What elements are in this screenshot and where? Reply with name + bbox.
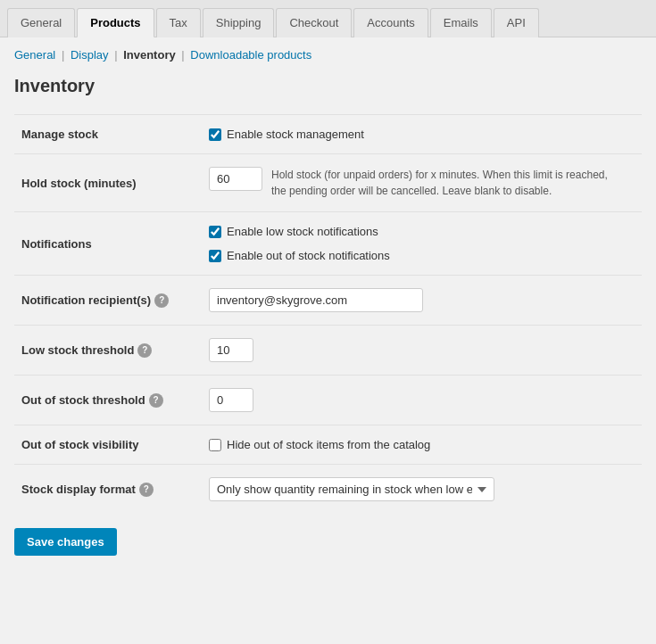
breadcrumb-inventory: Inventory (123, 48, 176, 62)
low-stock-threshold-input[interactable] (209, 338, 253, 362)
out-of-stock-threshold-label-cell: Out of stock threshold ? (14, 376, 202, 425)
stock-display-format-label: Stock display format (21, 483, 136, 496)
breadcrumb-sep-1: | (62, 48, 64, 62)
breadcrumb-downloadable[interactable]: Downloadable products (190, 48, 311, 62)
low-stock-notif-checkbox[interactable] (209, 226, 221, 238)
breadcrumb-sep-2: | (114, 48, 117, 62)
tab-emails[interactable]: Emails (430, 8, 492, 37)
stock-display-format-label-group: Stock display format ? (21, 483, 191, 497)
stock-display-format-select[interactable]: Always show quantity remaining in stock … (209, 477, 494, 501)
low-stock-threshold-label-cell: Low stock threshold ? (14, 326, 202, 376)
manage-stock-label: Manage stock (14, 115, 202, 154)
row-out-of-stock-threshold: Out of stock threshold ? (14, 376, 642, 425)
row-notifications: Notifications Enable low stock notificat… (14, 212, 642, 276)
tab-general[interactable]: General (7, 8, 75, 37)
row-out-of-stock-visibility: Out of stock visibility Hide out of stoc… (14, 425, 642, 465)
breadcrumb-display[interactable]: Display (71, 48, 109, 62)
page-title: Inventory (14, 76, 642, 96)
out-of-stock-threshold-label: Out of stock threshold (21, 393, 145, 407)
notifications-label: Notifications (14, 212, 202, 276)
low-stock-notif-row: Enable low stock notifications (209, 225, 635, 238)
hold-stock-input-group: Hold stock (for unpaid orders) for x min… (209, 167, 635, 199)
low-stock-threshold-label: Low stock threshold (21, 343, 134, 357)
out-of-stock-visibility-control: Hide out of stock items from the catalog (202, 425, 642, 465)
row-manage-stock: Manage stock Enable stock management (14, 115, 642, 154)
hold-stock-input[interactable] (209, 167, 262, 191)
row-notification-recipient: Notification recipient(s) ? (14, 276, 642, 326)
tab-shipping[interactable]: Shipping (203, 8, 275, 37)
manage-stock-checkbox-row: Enable stock management (209, 128, 635, 141)
tabs-bar: General Products Tax Shipping Checkout A… (0, 0, 656, 37)
manage-stock-checkbox-label: Enable stock management (227, 128, 364, 141)
breadcrumb-general[interactable]: General (14, 48, 55, 62)
notification-recipient-label-group: Notification recipient(s) ? (21, 293, 191, 308)
stock-display-format-control: Always show quantity remaining in stock … (202, 465, 642, 515)
tab-products[interactable]: Products (77, 8, 154, 37)
low-stock-threshold-label-group: Low stock threshold ? (21, 343, 191, 358)
hold-stock-label: Hold stock (minutes) (14, 154, 202, 212)
tab-api[interactable]: API (494, 8, 539, 37)
notification-recipient-input[interactable] (209, 288, 423, 312)
out-of-stock-threshold-control (202, 376, 642, 425)
stock-display-format-label-cell: Stock display format ? (14, 465, 202, 515)
tab-tax[interactable]: Tax (156, 8, 201, 37)
tab-accounts[interactable]: Accounts (353, 8, 428, 37)
out-of-stock-notif-label: Enable out of stock notifications (227, 249, 390, 262)
notification-recipient-help-icon[interactable]: ? (154, 293, 169, 308)
out-of-stock-threshold-help-icon[interactable]: ? (149, 393, 163, 408)
breadcrumb: General | Display | Inventory | Download… (14, 48, 642, 62)
low-stock-threshold-help-icon[interactable]: ? (137, 343, 152, 358)
low-stock-threshold-control (202, 326, 642, 376)
out-of-stock-visibility-checkbox-label: Hide out of stock items from the catalog (227, 438, 430, 451)
notification-recipient-label-cell: Notification recipient(s) ? (14, 276, 202, 326)
row-low-stock-threshold: Low stock threshold ? (14, 326, 642, 376)
out-of-stock-threshold-input[interactable] (209, 388, 253, 412)
notification-recipient-label: Notification recipient(s) (21, 293, 151, 307)
notifications-control: Enable low stock notifications Enable ou… (202, 212, 642, 276)
out-of-stock-threshold-label-group: Out of stock threshold ? (21, 393, 191, 408)
row-hold-stock: Hold stock (minutes) Hold stock (for unp… (14, 154, 642, 212)
notifications-checkboxes: Enable low stock notifications Enable ou… (209, 225, 635, 262)
hold-stock-description: Hold stock (for unpaid orders) for x min… (271, 167, 610, 199)
row-stock-display-format: Stock display format ? Always show quant… (14, 465, 642, 515)
notification-recipient-control (202, 276, 642, 326)
stock-display-format-help-icon[interactable]: ? (139, 483, 154, 497)
manage-stock-control: Enable stock management (202, 115, 642, 154)
out-of-stock-visibility-checkbox[interactable] (209, 439, 221, 451)
manage-stock-checkbox[interactable] (209, 128, 221, 141)
settings-table: Manage stock Enable stock management Hol… (14, 114, 642, 514)
content-area: General | Display | Inventory | Download… (0, 37, 656, 566)
out-of-stock-notif-row: Enable out of stock notifications (209, 249, 635, 262)
out-of-stock-visibility-row: Hide out of stock items from the catalog (209, 438, 635, 451)
tab-checkout[interactable]: Checkout (276, 8, 352, 37)
out-of-stock-notif-checkbox[interactable] (209, 250, 221, 262)
save-button[interactable]: Save changes (14, 528, 117, 556)
breadcrumb-sep-3: | (181, 48, 184, 62)
out-of-stock-visibility-label: Out of stock visibility (14, 425, 202, 465)
low-stock-notif-label: Enable low stock notifications (227, 225, 378, 238)
hold-stock-control: Hold stock (for unpaid orders) for x min… (202, 154, 642, 212)
